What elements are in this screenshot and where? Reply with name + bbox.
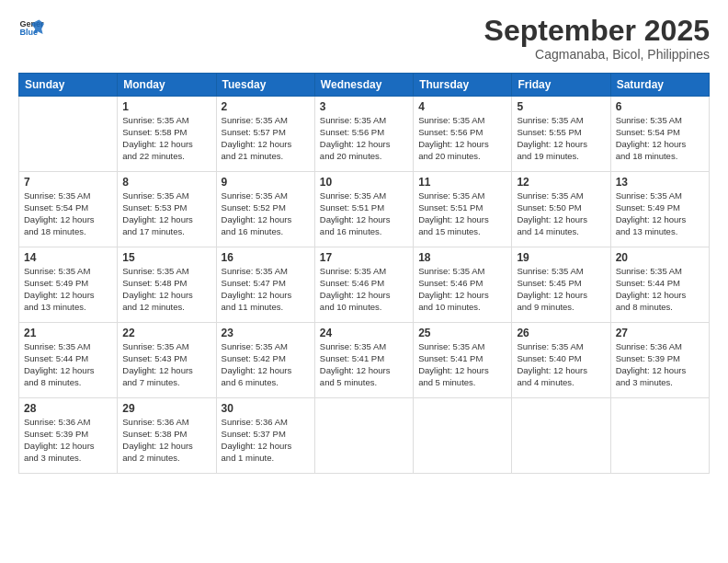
day-info: Sunrise: 5:35 AM Sunset: 5:49 PM Dayligh… bbox=[24, 266, 112, 313]
day-header-saturday: Saturday bbox=[610, 74, 709, 97]
calendar-cell: 29Sunrise: 5:36 AM Sunset: 5:38 PM Dayli… bbox=[118, 398, 216, 474]
calendar-cell: 10Sunrise: 5:35 AM Sunset: 5:51 PM Dayli… bbox=[314, 172, 413, 247]
calendar-cell bbox=[414, 398, 512, 474]
day-number: 2 bbox=[222, 100, 310, 113]
week-row-1: 1Sunrise: 5:35 AM Sunset: 5:58 PM Daylig… bbox=[19, 97, 710, 172]
day-info: Sunrise: 5:35 AM Sunset: 5:56 PM Dayligh… bbox=[320, 115, 408, 162]
calendar-cell: 1Sunrise: 5:35 AM Sunset: 5:58 PM Daylig… bbox=[118, 97, 216, 172]
day-number: 5 bbox=[517, 100, 605, 113]
day-info: Sunrise: 5:35 AM Sunset: 5:57 PM Dayligh… bbox=[222, 115, 310, 162]
calendar-cell: 9Sunrise: 5:35 AM Sunset: 5:52 PM Daylig… bbox=[216, 172, 314, 247]
month-title: September 2025 bbox=[484, 15, 710, 47]
calendar-cell: 17Sunrise: 5:35 AM Sunset: 5:46 PM Dayli… bbox=[314, 247, 413, 323]
calendar-cell: 19Sunrise: 5:35 AM Sunset: 5:45 PM Dayli… bbox=[512, 247, 610, 323]
calendar-cell bbox=[314, 398, 413, 474]
day-number: 25 bbox=[418, 327, 506, 339]
day-header-friday: Friday bbox=[512, 74, 610, 97]
day-info: Sunrise: 5:35 AM Sunset: 5:46 PM Dayligh… bbox=[320, 266, 408, 313]
day-number: 3 bbox=[320, 100, 408, 113]
day-number: 4 bbox=[418, 100, 506, 113]
day-header-sunday: Sunday bbox=[19, 74, 118, 97]
day-number: 11 bbox=[418, 176, 506, 189]
day-info: Sunrise: 5:35 AM Sunset: 5:47 PM Dayligh… bbox=[222, 266, 310, 313]
calendar-cell: 3Sunrise: 5:35 AM Sunset: 5:56 PM Daylig… bbox=[314, 97, 413, 172]
day-number: 8 bbox=[122, 176, 210, 189]
day-info: Sunrise: 5:35 AM Sunset: 5:55 PM Dayligh… bbox=[517, 115, 605, 162]
calendar-cell: 23Sunrise: 5:35 AM Sunset: 5:42 PM Dayli… bbox=[216, 323, 314, 398]
calendar-cell: 13Sunrise: 5:35 AM Sunset: 5:49 PM Dayli… bbox=[610, 172, 709, 247]
day-info: Sunrise: 5:35 AM Sunset: 5:44 PM Dayligh… bbox=[24, 341, 112, 388]
day-number: 27 bbox=[616, 327, 704, 339]
day-info: Sunrise: 5:35 AM Sunset: 5:54 PM Dayligh… bbox=[24, 190, 112, 237]
calendar-cell: 20Sunrise: 5:35 AM Sunset: 5:44 PM Dayli… bbox=[610, 247, 709, 323]
calendar-cell: 6Sunrise: 5:35 AM Sunset: 5:54 PM Daylig… bbox=[610, 97, 709, 172]
day-number: 6 bbox=[616, 100, 704, 113]
logo: General Blue bbox=[18, 15, 44, 40]
week-row-3: 14Sunrise: 5:35 AM Sunset: 5:49 PM Dayli… bbox=[19, 247, 710, 323]
week-row-4: 21Sunrise: 5:35 AM Sunset: 5:44 PM Dayli… bbox=[19, 323, 710, 398]
calendar-cell: 2Sunrise: 5:35 AM Sunset: 5:57 PM Daylig… bbox=[216, 97, 314, 172]
day-number: 21 bbox=[24, 327, 112, 339]
calendar-cell: 16Sunrise: 5:35 AM Sunset: 5:47 PM Dayli… bbox=[216, 247, 314, 323]
day-info: Sunrise: 5:35 AM Sunset: 5:41 PM Dayligh… bbox=[418, 341, 506, 388]
calendar-cell: 11Sunrise: 5:35 AM Sunset: 5:51 PM Dayli… bbox=[414, 172, 512, 247]
day-info: Sunrise: 5:35 AM Sunset: 5:53 PM Dayligh… bbox=[122, 190, 210, 237]
header-row: SundayMondayTuesdayWednesdayThursdayFrid… bbox=[19, 74, 710, 97]
day-header-wednesday: Wednesday bbox=[314, 74, 413, 97]
day-number: 30 bbox=[222, 402, 310, 415]
day-number: 17 bbox=[320, 251, 408, 264]
day-info: Sunrise: 5:36 AM Sunset: 5:39 PM Dayligh… bbox=[24, 417, 112, 464]
calendar-cell bbox=[512, 398, 610, 474]
day-number: 1 bbox=[122, 100, 210, 113]
day-info: Sunrise: 5:35 AM Sunset: 5:48 PM Dayligh… bbox=[122, 266, 210, 313]
calendar-cell: 8Sunrise: 5:35 AM Sunset: 5:53 PM Daylig… bbox=[118, 172, 216, 247]
day-info: Sunrise: 5:35 AM Sunset: 5:45 PM Dayligh… bbox=[517, 266, 605, 313]
day-number: 23 bbox=[222, 327, 310, 339]
day-number: 9 bbox=[222, 176, 310, 189]
day-info: Sunrise: 5:35 AM Sunset: 5:40 PM Dayligh… bbox=[517, 341, 605, 388]
day-info: Sunrise: 5:35 AM Sunset: 5:58 PM Dayligh… bbox=[122, 115, 210, 162]
day-info: Sunrise: 5:35 AM Sunset: 5:56 PM Dayligh… bbox=[418, 115, 506, 162]
calendar-cell: 12Sunrise: 5:35 AM Sunset: 5:50 PM Dayli… bbox=[512, 172, 610, 247]
day-header-thursday: Thursday bbox=[414, 74, 512, 97]
day-number: 20 bbox=[616, 251, 704, 264]
day-header-monday: Monday bbox=[118, 74, 216, 97]
calendar: SundayMondayTuesdayWednesdayThursdayFrid… bbox=[18, 73, 710, 474]
day-header-tuesday: Tuesday bbox=[216, 74, 314, 97]
day-number: 28 bbox=[24, 402, 112, 415]
calendar-cell: 14Sunrise: 5:35 AM Sunset: 5:49 PM Dayli… bbox=[19, 247, 118, 323]
day-info: Sunrise: 5:35 AM Sunset: 5:46 PM Dayligh… bbox=[418, 266, 506, 313]
calendar-cell: 18Sunrise: 5:35 AM Sunset: 5:46 PM Dayli… bbox=[414, 247, 512, 323]
day-number: 15 bbox=[122, 251, 210, 264]
day-number: 16 bbox=[222, 251, 310, 264]
calendar-cell: 30Sunrise: 5:36 AM Sunset: 5:37 PM Dayli… bbox=[216, 398, 314, 474]
day-info: Sunrise: 5:35 AM Sunset: 5:41 PM Dayligh… bbox=[320, 341, 408, 388]
calendar-cell: 28Sunrise: 5:36 AM Sunset: 5:39 PM Dayli… bbox=[19, 398, 118, 474]
subtitle: Cagmanaba, Bicol, Philippines bbox=[484, 47, 710, 62]
calendar-cell: 27Sunrise: 5:36 AM Sunset: 5:39 PM Dayli… bbox=[610, 323, 709, 398]
calendar-cell: 21Sunrise: 5:35 AM Sunset: 5:44 PM Dayli… bbox=[19, 323, 118, 398]
day-info: Sunrise: 5:36 AM Sunset: 5:39 PM Dayligh… bbox=[616, 341, 704, 388]
day-info: Sunrise: 5:35 AM Sunset: 5:42 PM Dayligh… bbox=[222, 341, 310, 388]
calendar-cell: 7Sunrise: 5:35 AM Sunset: 5:54 PM Daylig… bbox=[19, 172, 118, 247]
title-area: September 2025 Cagmanaba, Bicol, Philipp… bbox=[484, 15, 710, 62]
page: General Blue September 2025 Cagmanaba, B… bbox=[0, 0, 728, 563]
day-number: 19 bbox=[517, 251, 605, 264]
day-number: 22 bbox=[122, 327, 210, 339]
day-number: 7 bbox=[24, 176, 112, 189]
calendar-cell bbox=[610, 398, 709, 474]
day-info: Sunrise: 5:35 AM Sunset: 5:51 PM Dayligh… bbox=[320, 190, 408, 237]
logo-icon: General Blue bbox=[18, 15, 44, 40]
calendar-cell: 22Sunrise: 5:35 AM Sunset: 5:43 PM Dayli… bbox=[118, 323, 216, 398]
calendar-cell: 24Sunrise: 5:35 AM Sunset: 5:41 PM Dayli… bbox=[314, 323, 413, 398]
day-number: 12 bbox=[517, 176, 605, 189]
calendar-cell: 15Sunrise: 5:35 AM Sunset: 5:48 PM Dayli… bbox=[118, 247, 216, 323]
day-number: 14 bbox=[24, 251, 112, 264]
day-info: Sunrise: 5:35 AM Sunset: 5:44 PM Dayligh… bbox=[616, 266, 704, 313]
day-number: 18 bbox=[418, 251, 506, 264]
day-info: Sunrise: 5:35 AM Sunset: 5:50 PM Dayligh… bbox=[517, 190, 605, 237]
day-info: Sunrise: 5:35 AM Sunset: 5:43 PM Dayligh… bbox=[122, 341, 210, 388]
week-row-5: 28Sunrise: 5:36 AM Sunset: 5:39 PM Dayli… bbox=[19, 398, 710, 474]
day-info: Sunrise: 5:35 AM Sunset: 5:54 PM Dayligh… bbox=[616, 115, 704, 162]
day-number: 13 bbox=[616, 176, 704, 189]
